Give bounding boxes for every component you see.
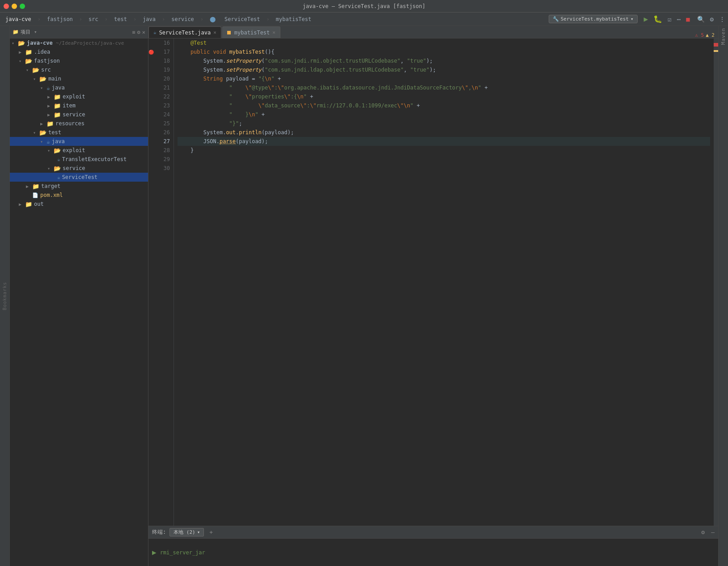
sidebar-dropdown-icon[interactable]: ▾ [34,29,37,35]
code-line-17: public void mybatisTest(){ [178,47,710,56]
tree-item-out[interactable]: ▶ 📁 out [10,200,148,209]
tree-item-java-cve[interactable]: ▾ 📂 java-cve ~/IdeaProjects/java-cve [10,38,148,47]
more-button[interactable]: ⋮ [719,16,725,23]
tab-mybatistest-close[interactable]: ✕ [272,30,275,35]
tree-item-resources[interactable]: ▶ 📁 resources [10,119,148,128]
code-line-25: "}"; [178,119,710,128]
terminal-process-label: rmi_server_jar [160,549,205,556]
terminal-minimize-icon[interactable]: — [711,529,715,536]
line-numbers: 16 17 18 19 20 21 22 23 24 25 26 27 28 2… [154,38,174,526]
code-line-22: " \"properties\":{\n" + [178,92,710,101]
right-sidebar: Maven [718,26,728,566]
tree-item-fastjson[interactable]: ▾ 📂 fastjson [10,56,148,65]
window-controls [4,4,25,9]
nav-servicetest-label[interactable]: ServiceTest [222,15,262,23]
terminal-add-btn[interactable]: + [209,529,213,536]
tab-mybatistest-label: mybatisTest [234,30,270,36]
tree-item-test-exploit[interactable]: ▾ 📂 exploit [10,146,148,155]
minimize-button[interactable] [12,4,17,9]
terminal-run-icon: ▶ [152,548,157,557]
code-line-27: JSON.parse(payload); [178,137,710,146]
run-config-dropdown[interactable]: ▾ [631,16,634,22]
bookmarks-strip: Bookmarks [0,26,10,566]
nav-java[interactable]: java [140,15,158,23]
tree-item-servicetest[interactable]: ☕ ServiceTest [10,173,148,182]
tab-servicetest-icon: ☕ [153,30,157,35]
tree-item-idea[interactable]: ▶ 📁 .idea [10,47,148,56]
window-title: java-cve — ServiceTest.java [fastjson] [303,3,426,9]
nav-mybatistest[interactable]: mybatisTest [273,15,314,23]
run-config-selector[interactable]: 🔧 ServiceTest.mybatisTest ▾ [549,15,638,23]
tree-item-main[interactable]: ▾ 📂 main [10,74,148,83]
warning-marker-1 [714,43,718,47]
terminal-label: 终端: [152,528,166,536]
coverage-button[interactable]: ☑ [668,16,671,23]
editor-gutter: 🔴 [148,38,154,526]
stop-button[interactable]: ■ [686,16,690,23]
sidebar-header: 📁 项目 ▾ ≡ ⚙ ✕ [10,26,148,38]
run-config-label: ServiceTest.mybatisTest [561,16,629,22]
terminal-settings-icon[interactable]: ⚙ [701,529,705,536]
tree-item-test[interactable]: ▾ 📂 test [10,128,148,137]
close-button[interactable] [4,4,9,9]
tree-item-src[interactable]: ▾ 📂 src [10,65,148,74]
tab-bar: ☕ ServiceTest.java ✕ mybatisTest ✕ ⚠ 5 ▲… [148,26,718,38]
code-line-29 [178,155,710,164]
tab-servicetest-close[interactable]: ✕ [213,30,216,35]
sidebar-collapse-btn[interactable]: ≡ [132,29,135,35]
terminal-header: 终端: 本地 (2) ▾ + ⚙ — [148,526,718,539]
tree-item-pom[interactable]: 📄 pom.xml [10,191,148,200]
code-line-26: System.out.println(payload); [178,128,710,137]
code-line-20: String payload = "{\n" + [178,74,710,83]
tree-item-main-exploit[interactable]: ▶ 📁 exploit [10,92,148,101]
sidebar-header-label: 项目 [21,29,30,35]
search-button[interactable]: 🔍 [697,16,705,23]
code-line-21: " \"@type\":\"org.apache.ibatis.datasour… [178,83,710,92]
nav-src[interactable]: src [86,15,101,23]
nav-java-cve[interactable]: java-cve [3,15,34,23]
tree-item-main-item[interactable]: ▶ 📁 item [10,101,148,110]
terminal-content: ▶ rmi_server_jar [148,539,718,566]
maximize-button[interactable] [20,4,25,9]
warning-marker-2 [714,50,718,52]
sidebar-project-icon: 📁 [13,29,19,35]
editor-warnings: ⚠ 5 ▲ 2 [695,32,715,38]
code-line-30 [178,164,710,173]
nav-servicetest[interactable]: ⬤ [207,15,218,23]
code-line-19: System.setProperty("com.sun.jndi.ldap.ob… [178,65,710,74]
tree-item-test-java[interactable]: ▾ ☕ java [10,137,148,146]
titlebar: java-cve — ServiceTest.java [fastjson] [0,0,728,13]
project-tree: ▾ 📂 java-cve ~/IdeaProjects/java-cve ▶ 📁… [10,38,148,209]
terminal-local-selector[interactable]: 本地 (2) ▾ [169,528,204,536]
debug-button[interactable]: 🐛 [653,15,662,23]
code-line-16: @Test [178,38,710,47]
settings-button[interactable]: ⚙ [710,16,714,23]
code-line-28: } [178,146,710,155]
sidebar-gear-icon[interactable]: ⚙ [137,29,140,35]
tree-item-main-service[interactable]: ▶ 📁 service [10,110,148,119]
editor-warning-stripe [714,38,718,526]
tab-servicetest[interactable]: ☕ ServiceTest.java ✕ [148,26,221,38]
terminal-dropdown-icon: ▾ [197,529,200,535]
nav-service[interactable]: service [169,15,197,23]
tab-mybatistest[interactable]: mybatisTest ✕ [222,26,280,38]
tab-mybatistest-dot [227,31,231,34]
tree-item-target[interactable]: ▶ 📁 target [10,182,148,191]
more-run-button[interactable]: ⋯ [677,16,681,23]
code-content[interactable]: @Test public void mybatisTest(){ System.… [174,38,714,526]
tree-item-test-service[interactable]: ▾ 📂 service [10,164,148,173]
bottom-panel: 终端: 本地 (2) ▾ + ⚙ — ▶ rmi_server_jar [148,526,718,566]
run-button[interactable]: ▶ [644,15,648,23]
project-sidebar: 📁 项目 ▾ ≡ ⚙ ✕ ▾ 📂 java-cve ~/IdeaProjects… [10,26,148,566]
maven-label[interactable]: Maven [720,28,726,45]
code-line-18: System.setProperty("com.sun.jndi.rmi.obj… [178,56,710,65]
code-editor[interactable]: 🔴 [148,38,718,526]
code-line-24: " }\n" + [178,110,710,119]
sidebar-close-icon[interactable]: ✕ [142,29,145,35]
warning-count: ▲ 2 [706,32,715,38]
nav-fastjson[interactable]: fastjson [44,15,76,23]
nav-test[interactable]: test [111,15,130,23]
tree-item-translet-test[interactable]: ☕ TransletExecutorTest [10,155,148,164]
tree-item-main-java[interactable]: ▾ ☕ java [10,83,148,92]
navbar: java-cve › fastjson › src › test › java … [0,13,728,26]
